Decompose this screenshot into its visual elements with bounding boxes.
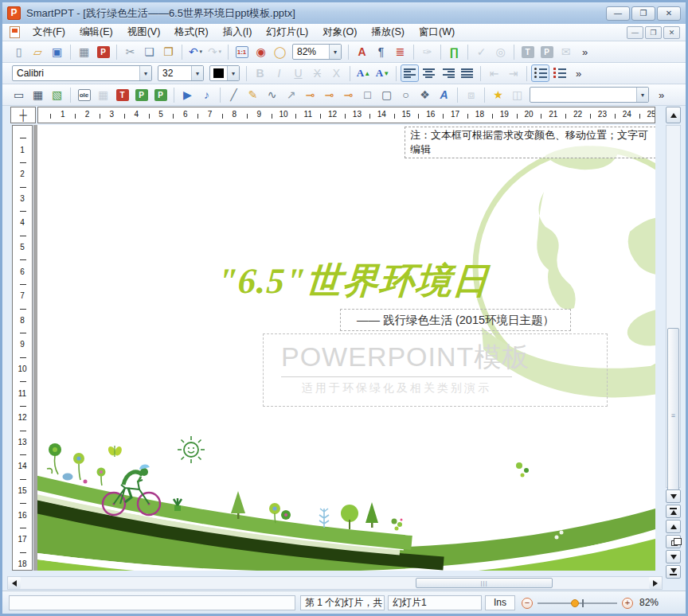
next-slide-button[interactable] xyxy=(666,550,681,563)
decrease-indent-icon[interactable]: ⇤ xyxy=(485,64,503,82)
send-mail-icon[interactable]: ✉ xyxy=(557,43,575,60)
strikethrough-icon[interactable]: X xyxy=(308,64,326,82)
bullet-list-icon[interactable] xyxy=(531,64,549,82)
zoom-actual-size-icon[interactable]: 1:1 xyxy=(233,43,251,60)
draw-curve-icon[interactable]: ∿ xyxy=(263,86,281,103)
menu-item-4[interactable]: 插入(I) xyxy=(216,24,260,41)
vertical-scrollbar[interactable]: ≡ xyxy=(666,125,681,488)
insert-image-icon[interactable]: ▧ xyxy=(48,86,66,103)
export-ppt-icon[interactable]: P xyxy=(538,43,556,60)
export-text-icon[interactable]: T xyxy=(518,43,537,60)
zoom-slider-track[interactable] xyxy=(538,602,617,604)
zoom-tool-icon[interactable]: ◯ xyxy=(271,43,289,60)
zoom-slider-knob[interactable] xyxy=(571,599,579,607)
numbered-list-icon[interactable] xyxy=(550,64,569,82)
draw-connector-icon[interactable]: ⊸ xyxy=(301,86,319,103)
font-size-select[interactable]: 32▾ xyxy=(158,65,204,81)
spellcheck-icon[interactable]: ✓ xyxy=(472,43,491,60)
formatting-overflow[interactable]: » xyxy=(572,68,585,80)
horizontal-scrollbar[interactable]: ||| xyxy=(7,576,663,590)
zoom-out-button[interactable]: − xyxy=(522,598,533,609)
slide-navigator-button[interactable] xyxy=(666,535,681,548)
draw-arrow-icon[interactable]: ↗ xyxy=(282,86,300,103)
menu-item-2[interactable]: 视图(V) xyxy=(120,24,168,41)
group-objects-icon[interactable]: ⧈ xyxy=(462,86,480,103)
menu-item-5[interactable]: 幻灯片(L) xyxy=(259,24,315,41)
menu-item-0[interactable]: 文件(F) xyxy=(25,24,72,41)
align-left-icon[interactable] xyxy=(401,64,419,82)
vertical-ruler[interactable]: 123456789101112131415161718 xyxy=(12,125,33,571)
menu-item-7[interactable]: 播放(S) xyxy=(364,24,412,41)
list-settings-icon[interactable]: ≣ xyxy=(391,43,409,60)
insert-symbol-icon[interactable]: ∏ xyxy=(445,43,463,60)
draw-wordart-icon[interactable]: A xyxy=(435,86,453,103)
slide-subtitle-box[interactable]: —— 践行绿色生活 (2015环境日主题） xyxy=(340,309,571,331)
mdi-restore-button[interactable]: ❐ xyxy=(645,26,662,39)
find-icon[interactable]: ◎ xyxy=(491,43,510,60)
mdi-close-button[interactable]: ✕ xyxy=(663,26,680,39)
maximize-button[interactable]: ❐ xyxy=(631,6,655,21)
draw-ellipse-icon[interactable]: ○ xyxy=(397,86,415,103)
font-color-red-icon[interactable]: A xyxy=(353,43,371,60)
first-slide-button[interactable] xyxy=(666,505,681,518)
insert-video-icon[interactable]: ▶ xyxy=(178,86,197,103)
insert-text-art-icon[interactable]: T xyxy=(113,86,131,103)
insert-placeholder-icon[interactable]: P xyxy=(132,86,150,103)
vertical-scrollbar-thumb[interactable]: ≡ xyxy=(667,328,679,503)
last-slide-button[interactable] xyxy=(666,565,681,579)
shadow-text-icon[interactable]: X xyxy=(327,64,346,82)
crop-tool-icon[interactable]: ◫ xyxy=(508,86,526,103)
font-family-select[interactable]: Calibri▾ xyxy=(12,65,152,81)
paste-icon[interactable]: ❐ xyxy=(159,43,178,60)
ruler-origin-box[interactable]: ┼ xyxy=(10,107,36,123)
insert-ole-object-icon[interactable]: ole xyxy=(75,86,93,103)
shape-style-select[interactable]: ▾ xyxy=(530,87,649,103)
redo-icon[interactable]: ↷▾ xyxy=(205,43,224,60)
underline-icon[interactable]: U xyxy=(289,64,307,82)
align-center-icon[interactable] xyxy=(420,64,438,82)
undo-icon[interactable]: ↶▾ xyxy=(186,43,205,60)
zoom-selection-icon[interactable]: ◉ xyxy=(252,43,270,60)
minimize-button[interactable]: — xyxy=(606,6,630,21)
insert-table-icon[interactable]: ▦ xyxy=(29,86,47,103)
scroll-left-button[interactable] xyxy=(8,577,21,589)
menu-item-1[interactable]: 编辑(E) xyxy=(72,24,120,41)
previous-slide-button[interactable] xyxy=(666,520,681,533)
save-icon[interactable]: ▣ xyxy=(48,43,66,60)
menu-item-8[interactable]: 窗口(W) xyxy=(412,24,462,41)
print-icon[interactable]: ▦ xyxy=(75,43,93,60)
standard-overflow[interactable]: » xyxy=(578,46,592,58)
shrink-font-icon[interactable]: A▼ xyxy=(373,64,392,82)
menu-item-6[interactable]: 对象(O) xyxy=(315,24,364,41)
format-painter-icon[interactable]: ✑ xyxy=(418,43,436,60)
slide-title[interactable]: "6.5"世界环境日 xyxy=(216,257,491,305)
new-document-icon[interactable]: ▯ xyxy=(10,43,28,60)
align-right-icon[interactable] xyxy=(439,64,457,82)
insert-diagram-icon[interactable]: ▦ xyxy=(94,86,112,103)
note-textbox[interactable]: 注：文本框可根据需求改变颜色、移动位置；文字可编辑 xyxy=(405,127,655,158)
insert-placeholder-alt-icon[interactable]: P xyxy=(151,86,170,103)
menu-item-3[interactable]: 格式(R) xyxy=(167,24,215,41)
scroll-right-button[interactable] xyxy=(649,577,662,589)
slide-canvas[interactable]: 注：文本框可根据需求改变颜色、移动位置；文字可编辑 "6.5"世界环境日 —— … xyxy=(37,125,655,571)
insert-audio-icon[interactable]: ♪ xyxy=(197,86,216,103)
insert-textbox-icon[interactable]: ▭ xyxy=(10,86,28,103)
draw-elbow-connector-icon[interactable]: ⊸ xyxy=(320,86,338,103)
export-pdf-icon[interactable]: P xyxy=(94,43,112,60)
font-color-picker[interactable]: ▾ xyxy=(209,65,240,81)
zoom-level-select[interactable]: 82%▾ xyxy=(292,44,342,60)
horizontal-ruler[interactable]: 1234567891011121314151617181920212223242… xyxy=(37,107,655,123)
mdi-minimize-button[interactable]: — xyxy=(627,26,643,39)
draw-curved-connector-icon[interactable]: ⊸ xyxy=(339,86,358,103)
scroll-down-button[interactable] xyxy=(666,489,681,503)
copy-icon[interactable]: ❏ xyxy=(140,43,158,60)
drawing-overflow[interactable]: » xyxy=(655,89,668,101)
bold-icon[interactable]: B xyxy=(251,64,269,82)
watermark-box[interactable]: POWERPOINT模板 适用于环保绿化及相关类别演示 xyxy=(263,333,608,407)
grow-font-icon[interactable]: A▲ xyxy=(354,64,373,82)
open-file-icon[interactable]: ▱ xyxy=(29,43,47,60)
cut-icon[interactable]: ✂ xyxy=(121,43,139,60)
italic-icon[interactable]: I xyxy=(270,64,288,82)
horizontal-scrollbar-thumb[interactable]: ||| xyxy=(416,578,553,588)
paragraph-settings-icon[interactable]: ¶ xyxy=(372,43,390,60)
